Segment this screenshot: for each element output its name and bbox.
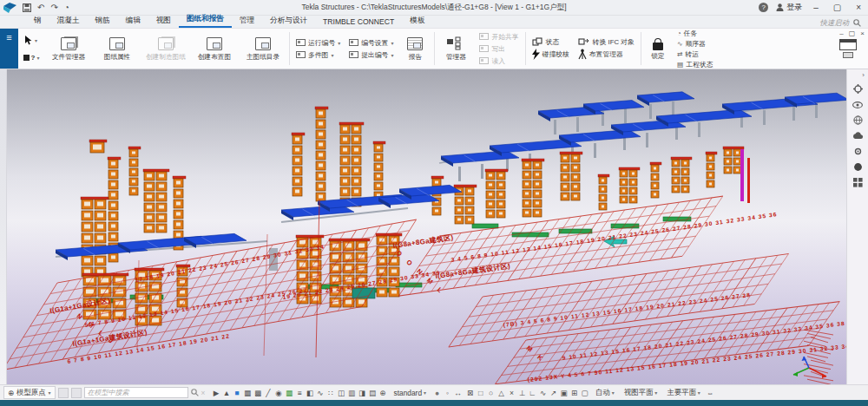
convert-ifc-button[interactable]: 转换 IFC 对象 — [578, 37, 635, 47]
status-button[interactable]: 状态 — [532, 37, 569, 47]
undo-icon[interactable]: ↶ — [37, 3, 44, 13]
sequencer-button[interactable]: ∿顺序器 — [677, 39, 713, 49]
snap-perpendicular-icon[interactable]: ⊥ — [517, 387, 527, 398]
view-restore-button[interactable]: ▢ — [849, 29, 856, 37]
select-switch-assemblies-icon[interactable]: ▩ — [253, 387, 262, 398]
clash-check-button[interactable]: 碰撞校核 — [532, 49, 569, 60]
quick-launch-search[interactable]: 快速启动 — [820, 18, 868, 28]
main-plane-dropdown[interactable]: 主要平面▾ — [663, 386, 704, 399]
snap-reference-points-icon[interactable]: ⊠ — [465, 387, 475, 398]
login-button[interactable]: 登录 — [776, 2, 802, 13]
select-switch-gridline-icon[interactable]: ≡ — [294, 387, 304, 398]
select-switch-components-icon[interactable]: ▦ — [242, 387, 252, 398]
history-icon[interactable]: ◔ — [64, 3, 69, 13]
auto-dropdown[interactable]: 自动▾ — [592, 386, 618, 399]
view-window-icon[interactable] — [839, 39, 857, 50]
document-manager-button[interactable]: 文件管理器 — [44, 29, 93, 69]
tab-1[interactable]: 钢 — [26, 14, 49, 28]
cloud-panel-icon[interactable] — [852, 130, 864, 141]
snap-triangle-icon[interactable]: △ — [496, 387, 506, 398]
snap-extension-icon[interactable]: ↗ — [549, 387, 558, 398]
select-switch-bolts-icon[interactable]: ∷ — [326, 387, 335, 398]
select-switch-objects-icon[interactable]: ▤ — [367, 387, 377, 398]
select-switch-grid-icon[interactable]: ▦ — [284, 387, 293, 398]
select-switch-rebar-icon[interactable]: ◫ — [336, 387, 345, 398]
tab-3[interactable]: 钢筋 — [87, 14, 117, 28]
snap-nearest-icon[interactable]: ▣ — [559, 387, 569, 398]
drawing-properties-button[interactable]: 图纸属性 — [93, 29, 141, 69]
properties-panel-icon[interactable] — [852, 83, 864, 95]
ortho-button[interactable] — [71, 388, 82, 398]
select-switch-welds-icon[interactable]: ∿ — [315, 387, 325, 398]
select-switch-filter-icon[interactable]: ■ — [232, 387, 241, 398]
coordinate-lock-button[interactable] — [58, 388, 69, 398]
view-close-button[interactable]: × — [860, 29, 865, 37]
snap-free-icon[interactable]: ▢ — [580, 387, 589, 398]
select-switch-parts-icon[interactable]: ╱ — [263, 387, 273, 398]
tab-9[interactable]: TRIMBLE CONNECT — [315, 16, 402, 28]
gear-panel-icon[interactable] — [852, 146, 864, 157]
tab-10[interactable]: 模板 — [402, 14, 432, 28]
master-drawing-catalog-button[interactable]: 主图纸目录 — [239, 29, 287, 69]
tab-7[interactable]: 管理 — [232, 14, 262, 28]
redo-icon[interactable]: ↷ — [50, 3, 57, 13]
snap-wave-icon[interactable]: ∿ — [538, 387, 548, 398]
docking-icon[interactable] — [843, 52, 853, 58]
inquiry-tool-button[interactable]: ? ▾ — [23, 54, 40, 62]
snap-circle-icon[interactable]: ○ — [486, 387, 496, 398]
select-switch-surfaces-icon[interactable]: ◉ — [273, 387, 283, 398]
model-search-icon[interactable] — [191, 389, 199, 396]
help-icon[interactable]: ? — [759, 3, 768, 12]
maximize-button[interactable]: ▢ — [830, 3, 845, 12]
tab-6[interactable]: 图纸和报告 — [179, 12, 232, 28]
lock-button[interactable]: 锁定 — [643, 29, 673, 69]
eye-panel-icon[interactable] — [852, 99, 864, 110]
tab-4[interactable]: 编辑 — [118, 14, 148, 28]
tab-8[interactable]: 分析与设计 — [262, 14, 315, 28]
window-title: Tekla Structures - C:\TeklaStructuresMod… — [0, 3, 868, 13]
tab-5[interactable]: 视图 — [148, 14, 179, 28]
issue-numbering-button[interactable]: 提出编号▾ — [349, 50, 393, 60]
view-minimize-button[interactable]: – — [839, 29, 843, 37]
minimize-button[interactable]: – — [810, 3, 822, 12]
close-button[interactable]: × — [852, 3, 865, 12]
layout-manager-button[interactable]: 布置管理器 — [578, 49, 635, 60]
project-status-button[interactable]: ▤工程状态 — [677, 60, 713, 69]
multi-drawing-button[interactable]: 多件图▾ — [296, 50, 340, 60]
manager-button[interactable]: 管理器 — [437, 29, 475, 69]
tasks-button[interactable]: ◔任务 — [677, 29, 713, 38]
select-switch-all-icon[interactable]: ▶ — [211, 387, 220, 398]
run-numbering-button[interactable]: 运行编号▾ — [296, 38, 340, 48]
clear-search-icon[interactable]: × — [201, 389, 206, 397]
model-view-canvas[interactable]: 17 18 19 20 21 22 23 24 25 26 27 28 29 3… — [7, 69, 846, 384]
lotting-button[interactable]: ⇄转运 — [677, 49, 713, 59]
select-switch-views-icon[interactable]: ◨ — [357, 387, 366, 398]
tab-2[interactable]: 混凝土 — [49, 14, 88, 28]
numbering-settings-button[interactable]: 编号设置▾ — [349, 38, 393, 48]
snap-geometry-icon[interactable]: □ — [476, 387, 485, 398]
save-icon[interactable] — [23, 3, 31, 12]
view-plane-dropdown[interactable]: 视图平面▾ — [621, 386, 661, 399]
select-switch-points-icon[interactable]: ⊕ — [378, 387, 387, 398]
phase-toggle-icon[interactable]: ◦ — [443, 387, 452, 398]
select-cursor-button[interactable]: ▾ — [25, 36, 37, 45]
select-switch-cuts-icon[interactable]: ▥ — [346, 387, 356, 398]
snap-grid-icon[interactable]: ⊞ — [569, 387, 579, 398]
numbering-status-icon[interactable]: ● — [432, 387, 442, 398]
side-panel-expander[interactable]: › — [862, 71, 868, 79]
select-switch-area-icon[interactable]: ▲ — [221, 387, 231, 398]
apps-panel-icon[interactable] — [852, 177, 864, 188]
snap-angle-icon[interactable]: ∟ — [528, 387, 537, 398]
measure-icon[interactable]: ↔ — [453, 387, 463, 398]
report-button[interactable]: 报告 — [398, 29, 432, 69]
create-layout-drawing-button[interactable]: 创建布置图 — [190, 29, 239, 69]
standard-filter-dropdown[interactable]: standard▾ — [390, 387, 430, 399]
more-status-icon[interactable]: ⇔ — [707, 389, 713, 397]
globe-panel-icon[interactable] — [852, 115, 864, 126]
sphere-panel-icon[interactable] — [852, 161, 864, 173]
file-menu-button[interactable]: ≡ — [0, 29, 18, 69]
model-origin-dropdown[interactable]: ⊕ 模型原点 ▾ — [3, 386, 56, 399]
model-search-input[interactable] — [84, 387, 188, 398]
snap-cross-icon[interactable]: × — [507, 387, 516, 398]
select-switch-planes-icon[interactable]: ◧ — [305, 387, 314, 398]
